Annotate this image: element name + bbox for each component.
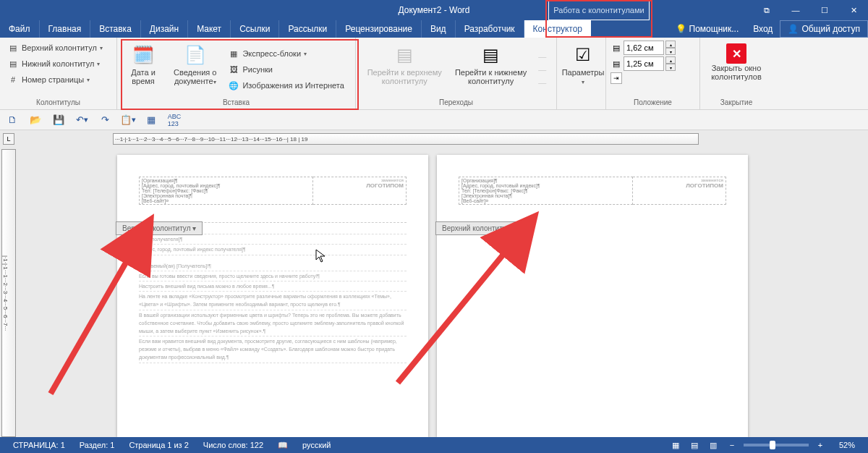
body-line-1[interactable]: Если вы готовы ввести сведения, просто щ… [139, 271, 407, 281]
header-email-2[interactable]: [Электронная почта]¶ [461, 193, 630, 198]
status-page[interactable]: СТРАНИЦА: 1 [6, 441, 72, 449]
status-page-of[interactable]: Страница 1 из 2 [122, 441, 195, 449]
page-1[interactable]: [Организация]¶ [Адрес, город, почтовый и… [117, 155, 428, 437]
header-tag-page2[interactable]: Верхний колонтитул ▾ [435, 221, 522, 235]
vertical-ruler[interactable]: |·1·|·1···1···2···3···4···5···6···7··· [1, 149, 16, 437]
mouse-cursor-icon [315, 249, 327, 266]
tab-home[interactable]: Главная [40, 20, 91, 38]
tell-me-help[interactable]: 💡Помощник... [668, 20, 746, 38]
nav-option-3[interactable]: — [535, 77, 549, 88]
header-dropdown[interactable]: ▤Верхний колонтитул▾ [4, 41, 112, 55]
view-web-icon[interactable]: ▥ [706, 439, 720, 451]
footer-dropdown[interactable]: ▤Нижний колонтитул▾ [4, 56, 112, 71]
quick-parts-dropdown[interactable]: ▦Экспресс-блоки▾ [225, 46, 346, 61]
spin-down[interactable]: ▾ [665, 48, 676, 55]
logo-placeholder-2[interactable]: ЛОГОТИПОМ [635, 182, 723, 189]
zoom-in-button[interactable]: + [813, 439, 827, 451]
qat-new-icon[interactable]: 🗋 [6, 114, 19, 127]
header-web[interactable]: [Веб-сайт]¤ [142, 198, 310, 203]
spin-up[interactable]: ▴ [665, 56, 676, 64]
horizontal-ruler[interactable]: ···1·|·1···1···2···3···4···5···6···7···8… [113, 133, 699, 145]
ruler-area: L ···1·|·1···1···2···3···4···5···6···7··… [0, 130, 868, 148]
body-line-5[interactable]: Если вам нравится внешний вид документа,… [139, 336, 407, 363]
ribbon-options-button[interactable]: ⧉ [752, 0, 781, 20]
close-button[interactable]: ✕ [839, 0, 868, 20]
header-top-input[interactable] [624, 41, 664, 55]
body-line-4[interactable]: В вашей организации используют фирменные… [139, 310, 407, 337]
nav-option-2[interactable]: — [535, 64, 549, 75]
tab-constructor[interactable]: Конструктор [524, 20, 591, 38]
header-phone-2[interactable]: Тел: [Телефон]Факс: [Факс]¶ [461, 188, 630, 193]
online-picture-icon: 🌐 [228, 80, 239, 91]
qat-open-icon[interactable]: 📂 [29, 114, 42, 127]
header-phone[interactable]: Тел: [Телефон]Факс: [Факс]¶ [142, 188, 310, 193]
header-table[interactable]: [Организация]¶ [Адрес, город, почтовый и… [139, 177, 407, 205]
minimize-button[interactable]: — [781, 0, 810, 20]
status-proofing-icon[interactable]: 📖 [271, 441, 295, 450]
group-label-insert: Вставка [122, 98, 351, 108]
share-button[interactable]: 👤Общий доступ [780, 20, 868, 38]
tab-design[interactable]: Дизайн [141, 20, 188, 38]
qat-redo-icon[interactable]: ↷ [98, 114, 111, 127]
status-language[interactable]: русский [295, 441, 338, 449]
pagenumber-icon: # [7, 74, 19, 85]
group-label-position: Положение [610, 98, 695, 108]
zoom-out-button[interactable]: − [725, 439, 739, 451]
recipient[interactable]: [Имя получателя]¶ [139, 234, 407, 245]
header-addr-2[interactable]: [Адрес, город, почтовый индекс]¶ [461, 183, 630, 188]
spin-down[interactable]: ▾ [665, 64, 676, 71]
tab-file[interactable]: Файл [0, 20, 40, 38]
page-number-dropdown[interactable]: #Номер страницы▾ [4, 72, 112, 87]
document-info-button[interactable]: 📄 Сведения одокументе▾ [169, 41, 221, 98]
body-content[interactable]: 0-НОЯБРЯ-2020-Г.¶ [Имя получателя]¶ [Адр… [139, 222, 407, 363]
page-2[interactable]: [Организация]¶ [Адрес, город, почтовый и… [437, 155, 748, 437]
view-print-icon[interactable]: ▤ [687, 439, 702, 451]
tab-layout[interactable]: Макет [188, 20, 231, 38]
header-web-2[interactable]: [Веб-сайт]¤ [461, 198, 630, 203]
tab-selector[interactable]: L [3, 133, 14, 145]
view-read-icon[interactable]: ▦ [668, 439, 683, 451]
align-tab-icon[interactable]: ⇥ [610, 72, 622, 84]
pictures-button[interactable]: 🖼Рисунки [225, 62, 346, 77]
logo-placeholder[interactable]: ЛОГОТИПОМ [315, 182, 404, 189]
zoom-thumb[interactable] [770, 441, 775, 449]
tab-mailings[interactable]: Рассылки [279, 20, 336, 38]
goto-footer-button[interactable]: ▤ Перейти к нижнемуколонтитулу [451, 41, 531, 98]
qat-save-icon[interactable]: 💾 [52, 114, 65, 127]
recipient-addr[interactable]: [Адрес, город, почтовый индекс получател… [139, 245, 407, 255]
tab-developer[interactable]: Разработчик [456, 20, 524, 38]
body-line-2[interactable]: Настроить внешний вид письма можно в люб… [139, 281, 407, 292]
header-addr[interactable]: [Адрес, город, почтовый индекс]¶ [142, 183, 310, 188]
status-words[interactable]: Число слов: 122 [196, 441, 271, 449]
footer-bottom-icon: ▤ [610, 58, 622, 69]
maximize-button[interactable]: ☐ [810, 0, 839, 20]
status-section[interactable]: Раздел: 1 [72, 441, 122, 449]
ribbon-tabs: Файл Главная Вставка Дизайн Макет Ссылки… [0, 20, 868, 38]
nav-option-1[interactable]: — [535, 51, 549, 62]
tab-insert[interactable]: Вставка [90, 20, 141, 38]
spin-up[interactable]: ▴ [665, 41, 676, 48]
date-time-button[interactable]: 🗓️ Дата ивремя [122, 41, 165, 98]
zoom-level[interactable]: 52% [832, 441, 862, 449]
header-table-2[interactable]: [Организация]¶ [Адрес, город, почтовый и… [459, 177, 726, 205]
online-pictures-button[interactable]: 🌐Изображения из Интернета [225, 78, 346, 93]
sign-in-link[interactable]: Вход [746, 20, 780, 38]
goto-header-button[interactable]: ▤ Перейти к верхнемуколонтитулу [363, 41, 446, 98]
qat-format-icon[interactable]: 📋▾ [122, 114, 135, 127]
tab-review[interactable]: Рецензирование [336, 20, 422, 38]
header-email[interactable]: [Электронная почта]¶ [142, 193, 310, 198]
header-tag-page1[interactable]: Верхний колонтитул ▾ [116, 221, 203, 235]
tab-view[interactable]: Вид [422, 20, 456, 38]
greeting[interactable]: Уважаемый(ая) [Получатель]!¶ [139, 261, 407, 271]
qat-undo-icon[interactable]: ↶▾ [75, 114, 88, 127]
header-org-2[interactable]: [Организация]¶ [461, 178, 630, 183]
zoom-slider[interactable] [744, 444, 809, 446]
qat-table-icon[interactable]: ▦ [145, 114, 158, 127]
qat-abc-icon[interactable]: ABC123 [168, 114, 181, 127]
tab-references[interactable]: Ссылки [231, 20, 279, 38]
close-header-footer-button[interactable]: ✕ Закрыть окноколонтитулов [705, 41, 768, 84]
footer-bottom-input[interactable] [624, 56, 664, 71]
options-button[interactable]: ☑ Параметры▾ [561, 41, 605, 90]
header-org[interactable]: [Организация]¶ [142, 178, 310, 183]
body-line-3[interactable]: На ленте на вкладке «Конструктор» просмо… [139, 292, 407, 310]
